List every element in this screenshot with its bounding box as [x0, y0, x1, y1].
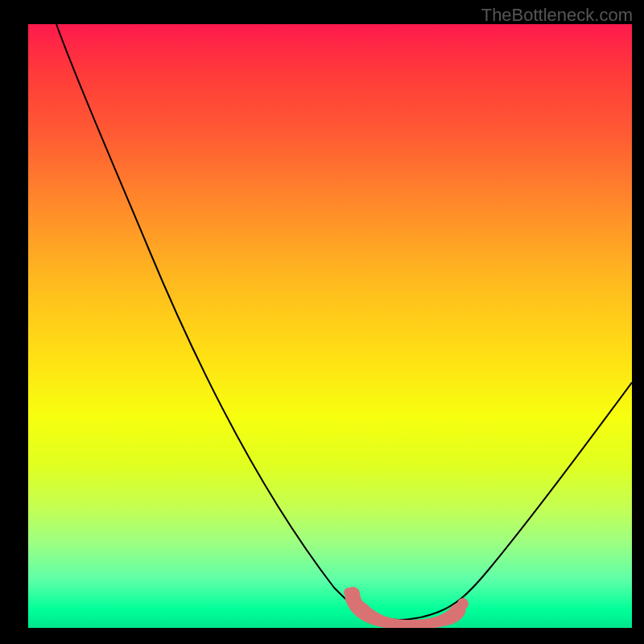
chart-plot-area: [28, 24, 632, 628]
highlight-dot-right: [457, 598, 469, 609]
bottleneck-curve-svg: [28, 24, 632, 628]
watermark-label: TheBottleneck.com: [481, 5, 633, 26]
highlight-dot-left: [344, 588, 353, 597]
bottleneck-curve-path: [56, 24, 632, 620]
